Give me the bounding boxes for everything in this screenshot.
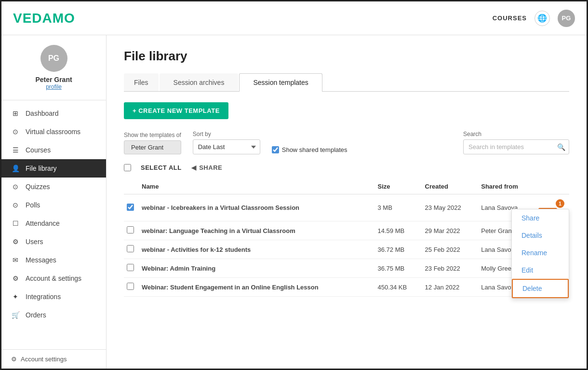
share-icon: ◀ <box>191 164 197 171</box>
sort-select[interactable]: Date Last Date First Name A-Z Name Z-A S… <box>193 139 260 154</box>
shared-checkbox-group: Show shared templates <box>272 146 347 154</box>
select-share-row: SELECT ALL ◀ SHARE <box>124 162 569 173</box>
dropdown-delete[interactable]: Delete <box>512 279 569 298</box>
account-settings-bottom[interactable]: ⚙ Account settings <box>11 356 96 363</box>
sidebar-item-messages[interactable]: ✉ Messages <box>1 251 106 269</box>
show-shared-label[interactable]: Show shared templates <box>272 146 347 153</box>
top-nav: VEDAMO COURSES 🌐 PG <box>1 1 587 35</box>
attendance-icon: ☐ <box>11 219 20 228</box>
file-library-icon: 👤 <box>11 164 20 173</box>
account-settings-icon: ⚙ <box>11 274 20 283</box>
row-checkbox[interactable] <box>127 264 134 271</box>
sidebar-item-file-library[interactable]: 👤 File library <box>1 159 106 178</box>
sidebar-item-label: Quizzes <box>26 183 50 191</box>
page-title: File library <box>124 49 569 64</box>
sidebar-item-courses[interactable]: ☰ Courses <box>1 141 106 159</box>
show-shared-checkbox[interactable] <box>272 146 279 153</box>
sidebar-item-label: Orders <box>26 311 46 319</box>
show-templates-label: Show the templates of <box>124 132 181 138</box>
user-name: Peter Grant <box>9 76 98 83</box>
show-templates-group: Show the templates of Peter Grant <box>124 132 181 154</box>
logo: VEDAMO <box>13 11 75 26</box>
sidebar-item-orders[interactable]: 🛒 Orders <box>1 306 106 324</box>
dropdown-menu: Share Details Rename Edit Delete <box>511 209 569 299</box>
file-name[interactable]: Webinar: Student Engagement in an Online… <box>139 278 374 297</box>
globe-icon[interactable]: 🌐 <box>535 11 550 26</box>
sort-group: Sort by Date Last Date First Name A-Z Na… <box>193 131 260 154</box>
user-tag: Peter Grant <box>124 140 181 154</box>
sidebar-item-label: Integrations <box>26 293 61 301</box>
sidebar-bottom: ⚙ Account settings <box>1 349 106 369</box>
file-created: 23 May 2022 <box>422 194 479 221</box>
create-template-button[interactable]: + CREATE NEW TEMPLATE <box>124 102 228 119</box>
select-all-label[interactable]: SELECT ALL <box>141 164 182 171</box>
col-name: Name <box>139 179 374 194</box>
sidebar-item-label: File library <box>26 164 57 172</box>
dropdown-edit[interactable]: Edit <box>512 261 569 279</box>
file-name[interactable]: Webinar: Admin Training <box>139 259 374 278</box>
tab-session-archives[interactable]: Session archives <box>160 73 239 91</box>
users-icon: ⚙ <box>11 237 20 246</box>
account-settings-label: Account settings <box>21 356 67 363</box>
sidebar-item-polls[interactable]: ⊙ Polls <box>1 196 106 214</box>
sidebar-item-users[interactable]: ⚙ Users <box>1 233 106 251</box>
row-checkbox[interactable] <box>127 204 134 211</box>
orders-icon: 🛒 <box>11 311 20 319</box>
file-size: 450.34 KB <box>374 278 422 297</box>
file-created: 23 Feb 2022 <box>422 259 479 278</box>
select-all-checkbox[interactable] <box>124 164 131 171</box>
sidebar-item-dashboard[interactable]: ⊞ Dashboard <box>1 104 106 123</box>
file-size: 36.72 MB <box>374 240 422 259</box>
col-actions <box>535 179 569 194</box>
sidebar-item-label: Messages <box>26 256 56 264</box>
top-nav-right: COURSES 🌐 PG <box>493 10 575 27</box>
dropdown-share[interactable]: Share <box>512 209 569 227</box>
sort-label: Sort by <box>193 131 260 137</box>
search-input[interactable] <box>463 139 569 154</box>
toolbar: Show the templates of Peter Grant Sort b… <box>124 131 569 154</box>
file-size: 3 MB <box>374 194 422 221</box>
content-area: File library Files Session archives Sess… <box>107 35 587 369</box>
file-table: Name Size Created Shared from webinar - … <box>124 179 569 297</box>
sidebar: PG Peter Grant profile ⊞ Dashboard ⊙ Vir… <box>1 35 107 369</box>
sidebar-item-label: Courses <box>26 146 51 154</box>
file-name[interactable]: webinar - Activities for k-12 students <box>139 240 374 259</box>
account-settings-icon-bottom: ⚙ <box>11 356 17 363</box>
file-created: 25 Feb 2022 <box>422 240 479 259</box>
row-checkbox[interactable] <box>127 283 134 290</box>
sidebar-item-integrations[interactable]: ✦ Integrations <box>1 288 106 306</box>
share-button[interactable]: ◀ SHARE <box>191 164 223 171</box>
sidebar-item-account-settings[interactable]: ⚙ Account & settings <box>1 269 106 288</box>
courses-link[interactable]: COURSES <box>493 14 527 22</box>
sidebar-item-label: Users <box>26 238 43 246</box>
sidebar-item-attendance[interactable]: ☐ Attendance <box>1 214 106 233</box>
sidebar-item-virtual-classrooms[interactable]: ⊙ Virtual classrooms <box>1 123 106 141</box>
dropdown-rename[interactable]: Rename <box>512 244 569 261</box>
col-size: Size <box>374 179 422 194</box>
row-checkbox[interactable] <box>127 245 134 252</box>
dropdown-details[interactable]: Details <box>512 227 569 244</box>
messages-icon: ✉ <box>11 256 20 264</box>
tab-files[interactable]: Files <box>124 73 159 91</box>
quizzes-icon: ⊙ <box>11 182 20 191</box>
file-name[interactable]: webinar: Language Teaching in a Virtual … <box>139 221 374 240</box>
user-section: PG Peter Grant profile <box>1 35 106 100</box>
dashboard-icon: ⊞ <box>11 109 20 118</box>
table-row: webinar - Icebreakers in a Virtual Class… <box>124 194 569 221</box>
sidebar-item-label: Attendance <box>26 219 60 227</box>
profile-link[interactable]: profile <box>9 83 98 90</box>
nav-items: ⊞ Dashboard ⊙ Virtual classrooms ☰ Cours… <box>1 100 106 349</box>
tab-session-templates[interactable]: Session templates <box>239 73 322 92</box>
col-checkbox <box>124 179 139 194</box>
table-row: Webinar: Admin Training36.75 MB23 Feb 20… <box>124 259 569 278</box>
search-icon: 🔍 <box>557 143 565 151</box>
file-size: 36.75 MB <box>374 259 422 278</box>
user-avatar-top[interactable]: PG <box>558 10 575 27</box>
col-created: Created <box>422 179 479 194</box>
row-checkbox[interactable] <box>127 226 134 233</box>
search-input-wrap: 🔍 <box>463 139 569 154</box>
sidebar-item-label: Account & settings <box>26 274 81 282</box>
sidebar-item-quizzes[interactable]: ⊙ Quizzes <box>1 178 106 196</box>
search-label: Search <box>463 131 569 137</box>
file-name[interactable]: webinar - Icebreakers in a Virtual Class… <box>139 194 374 221</box>
